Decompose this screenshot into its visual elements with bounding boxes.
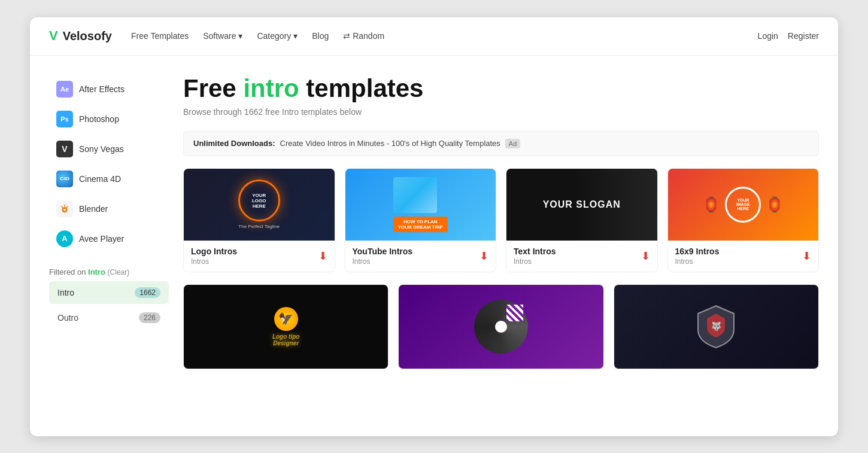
- filter-badge-outro: 226: [139, 312, 160, 323]
- template-card-logo-tipo[interactable]: 🦅 Logo tipoDesigner: [183, 284, 389, 369]
- navbar: V Velosofy Free Templates Software ▾ Cat…: [30, 17, 838, 56]
- logo-name: Velosofy: [63, 29, 112, 43]
- title-prefix: Free: [183, 74, 243, 102]
- logo[interactable]: V Velosofy: [49, 28, 112, 44]
- sidebar-item-blender[interactable]: Blender: [49, 194, 169, 223]
- filter-label: Filtered on Intro (Clear): [49, 267, 169, 276]
- card-thumb-purple: [399, 285, 603, 369]
- filter-label-intro: Intro: [57, 288, 74, 297]
- register-link[interactable]: Register: [788, 31, 819, 41]
- sidebar-item-photoshop[interactable]: Ps Photoshop: [49, 105, 169, 133]
- card-thumb-text: YOUR SLOGAN: [506, 169, 657, 241]
- ad-banner[interactable]: Unlimited Downloads: Create Video Intros…: [183, 131, 819, 156]
- filter-intro[interactable]: Intro 1662: [49, 281, 169, 304]
- template-card-16x9-intros[interactable]: 🏮 YOURIMAGEHERE 🏮 16x9 Intros Intros ⬇: [667, 168, 820, 272]
- template-grid-row1: YOURLOGOHERE The Perfect Tagline Logo In…: [183, 168, 819, 272]
- card-title: Text Intros: [514, 247, 556, 256]
- nav-category[interactable]: Category ▾: [257, 31, 298, 41]
- login-link[interactable]: Login: [758, 31, 778, 41]
- template-card-youtube-intros[interactable]: HOW TO PLANYOUR DREAM TRIP YouTube Intro…: [345, 168, 497, 272]
- nav-free-templates[interactable]: Free Templates: [131, 31, 189, 41]
- card-thumb-youtube: HOW TO PLANYOUR DREAM TRIP: [345, 169, 496, 241]
- card-category: Intros: [191, 257, 237, 266]
- svg-text:🐺: 🐺: [711, 321, 722, 332]
- template-grid-row2: 🦅 Logo tipoDesigner: [183, 284, 819, 369]
- filter-clear[interactable]: (Clear): [108, 268, 130, 276]
- title-highlight: intro: [243, 74, 299, 102]
- sidebar: Ae After Effects Ps Photoshop V Sony Veg…: [49, 75, 169, 369]
- cinema4d-icon: C4D: [56, 171, 73, 187]
- chevron-down-icon: ▾: [238, 31, 242, 41]
- sidebar-item-label: After Effects: [79, 84, 125, 94]
- page-subtitle: Browse through 1662 free Intro templates…: [183, 107, 819, 117]
- download-icon[interactable]: ⬇: [479, 250, 488, 263]
- disc-center: [495, 321, 507, 333]
- ad-text: Create Video Intros in Minutes - 100's o…: [280, 139, 500, 148]
- lantern-icon: 🏮: [702, 196, 720, 213]
- card-thumb-logo: YOURLOGOHERE The Perfect Tagline: [184, 169, 335, 241]
- card-category: Intros: [675, 257, 720, 266]
- sidebar-item-after-effects[interactable]: Ae After Effects: [49, 75, 169, 104]
- svg-point-1: [63, 209, 66, 211]
- card-thumb-dark: 🦅 Logo tipoDesigner: [184, 285, 388, 369]
- filter-outro[interactable]: Outro 226: [49, 306, 169, 329]
- nav-right: Login Register: [758, 31, 819, 41]
- sidebar-item-avee-player[interactable]: A Avee Player: [49, 224, 169, 253]
- photoshop-icon: Ps: [56, 111, 73, 127]
- fire-ring: YOURLOGOHERE: [238, 180, 280, 221]
- card-title: Logo Intros: [191, 247, 237, 256]
- filter-label-outro: Outro: [57, 313, 78, 323]
- nav-random[interactable]: ⇄ Random: [343, 31, 384, 41]
- ad-bold-text: Unlimited Downloads:: [193, 139, 275, 148]
- nav-blog[interactable]: Blog: [312, 31, 329, 41]
- main-window: V Velosofy Free Templates Software ▾ Cat…: [30, 17, 838, 436]
- card-thumb-shield: 🐺: [614, 285, 818, 369]
- nav-links: Free Templates Software ▾ Category ▾ Blo…: [131, 31, 739, 41]
- sidebar-item-label: Avee Player: [79, 234, 124, 244]
- svg-line-3: [62, 206, 63, 208]
- card-title: 16x9 Intros: [675, 247, 720, 256]
- disc: [474, 300, 528, 354]
- sidebar-filter: Filtered on Intro (Clear) Intro 1662 Out…: [49, 267, 169, 329]
- card-thumb-16x9: 🏮 YOURIMAGEHERE 🏮: [668, 169, 819, 241]
- disc-stripe: [506, 305, 523, 321]
- sidebar-item-cinema-4d[interactable]: C4D Cinema 4D: [49, 165, 169, 193]
- title-suffix: templates: [299, 74, 424, 102]
- svg-line-4: [66, 206, 68, 208]
- template-card-text-intros[interactable]: YOUR SLOGAN Text Intros Intros ⬇: [506, 168, 658, 272]
- card-info: Logo Intros Intros ⬇: [184, 241, 335, 272]
- chevron-down-icon: ▾: [293, 31, 298, 41]
- blender-icon: [56, 200, 73, 217]
- yt-badge: HOW TO PLANYOUR DREAM TRIP: [393, 217, 448, 232]
- download-icon[interactable]: ⬇: [318, 250, 327, 263]
- circle-badge: YOURIMAGEHERE: [725, 187, 761, 223]
- card-category: Intros: [514, 257, 556, 266]
- sony-vegas-icon: V: [56, 141, 73, 157]
- card-info: Text Intros Intros ⬇: [506, 241, 657, 272]
- tagline-text: The Perfect Tagline: [238, 224, 280, 229]
- card-title: YouTube Intros: [353, 247, 413, 256]
- nav-software[interactable]: Software ▾: [203, 31, 242, 41]
- sidebar-item-label: Cinema 4D: [79, 174, 121, 184]
- card-info: 16x9 Intros Intros ⬇: [668, 241, 819, 272]
- lantern-icon-2: 🏮: [766, 196, 784, 213]
- template-card-disc[interactable]: [398, 284, 603, 369]
- filter-highlight: Intro: [88, 267, 105, 276]
- template-card-logo-intros[interactable]: YOURLOGOHERE The Perfect Tagline Logo In…: [183, 168, 335, 272]
- avee-player-icon: A: [56, 230, 73, 247]
- template-card-shield[interactable]: 🐺: [614, 284, 819, 369]
- sidebar-item-sony-vegas[interactable]: V Sony Vegas: [49, 135, 169, 163]
- slogan-text: YOUR SLOGAN: [543, 199, 621, 210]
- yt-map: [393, 177, 437, 213]
- content-area: Free intro templates Browse through 1662…: [183, 75, 819, 369]
- download-icon[interactable]: ⬇: [641, 250, 650, 263]
- download-icon[interactable]: ⬇: [802, 250, 811, 263]
- page-header: Free intro templates Browse through 1662…: [183, 75, 819, 117]
- logo-symbol: V: [49, 28, 58, 44]
- ad-badge: Ad: [505, 139, 520, 148]
- sidebar-item-label: Sony Vegas: [79, 144, 124, 154]
- card-category: Intros: [353, 257, 413, 266]
- card-info: YouTube Intros Intros ⬇: [345, 241, 496, 272]
- sidebar-item-label: Blender: [79, 204, 108, 214]
- main-content: Ae After Effects Ps Photoshop V Sony Veg…: [30, 56, 838, 388]
